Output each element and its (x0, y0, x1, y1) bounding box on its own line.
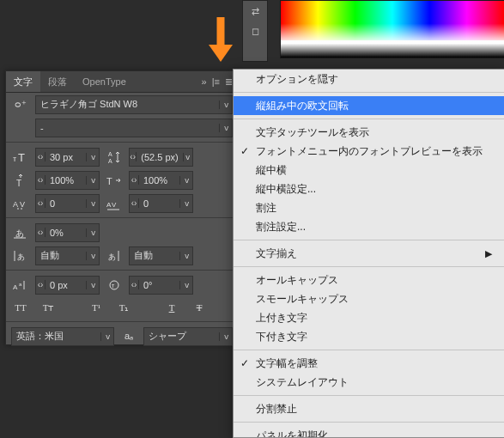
svg-text:V: V (112, 201, 117, 209)
character-panel: 文字 段落 OpenType » |≡ ≣ ᴑ⁺ ヒラギノ角ゴ StdN W8ⅴ… (5, 70, 239, 345)
menu-touch-tool[interactable]: 文字タッチツールを表示 (234, 123, 504, 142)
swap-colors-icon[interactable]: ⇄ (245, 2, 265, 21)
baseline-input[interactable]: ‹›0 pxⅴ (35, 276, 100, 295)
panel-menu-icon[interactable]: ≣ (225, 76, 233, 88)
hscale-input[interactable]: ‹›100%ⅴ (129, 171, 193, 190)
menu-tatechuyoko-rotate[interactable]: 縦組み中の欧文回転 (234, 96, 504, 115)
kerning-input[interactable]: ‹›0ⅴ (35, 194, 100, 213)
svg-text:T: T (106, 176, 112, 186)
tsume-icon: あ (11, 225, 30, 240)
svg-text:あ: あ (17, 252, 25, 261)
menu-no-break[interactable]: 分割禁止 (234, 399, 504, 418)
svg-text:A: A (108, 158, 112, 164)
menu-hide-options[interactable]: オプションを隠す (234, 70, 504, 88)
kerning-icon: AV (11, 196, 30, 211)
color-spectrum[interactable] (280, 0, 504, 58)
tracking-input[interactable]: ‹›0ⅴ (129, 194, 193, 213)
font-size-icon: тT (11, 149, 30, 165)
menu-warichu-settings[interactable]: 割注設定... (234, 217, 504, 236)
hscale-icon: T (105, 173, 124, 188)
font-family-select[interactable]: ヒラギノ角ゴ StdN W8ⅴ (35, 95, 233, 114)
aki-after-select[interactable]: 自動ⅴ (129, 246, 193, 265)
svg-text:あ: あ (15, 228, 24, 238)
superscript-button[interactable]: T¹ (87, 300, 106, 315)
vscale-input[interactable]: ‹›100%ⅴ (35, 171, 100, 190)
submenu-arrow-icon: ▶ (485, 248, 492, 259)
annotation-arrow (203, 15, 238, 67)
draw-mode-icon[interactable]: ◻ (245, 21, 265, 40)
menu-superscript[interactable]: 上付き文字 (234, 308, 504, 327)
svg-text:T: T (16, 179, 21, 187)
antialias-icon: aₐ (119, 329, 138, 344)
font-style-icon (11, 120, 30, 136)
baseline-icon: Aa (11, 277, 30, 293)
svg-text:A: A (13, 283, 18, 291)
leading-input[interactable]: ‹›(52.5 px)ⅴ (129, 148, 193, 167)
svg-text:A: A (108, 151, 112, 157)
toolbar-fragment: ⇄ ◻ (242, 0, 268, 62)
vscale-icon: T (11, 173, 30, 188)
svg-text:т: т (112, 283, 115, 289)
menu-mojisoroe[interactable]: 文字揃え▶ (234, 244, 504, 263)
svg-text:T: T (18, 151, 25, 164)
leading-icon: AA (105, 149, 124, 165)
rotation-icon: т (105, 277, 124, 293)
menu-subscript[interactable]: 下付き文字 (234, 327, 504, 346)
font-style-select[interactable]: -ⅴ (35, 119, 233, 137)
menu-tatechuyoko[interactable]: 縦中横 (234, 161, 504, 179)
svg-text:あ: あ (108, 252, 116, 261)
rotation-input[interactable]: ‹›0°ⅴ (129, 276, 193, 295)
menu-tatechuyoko-settings[interactable]: 縦中横設定... (234, 179, 504, 198)
svg-text:A: A (13, 200, 18, 209)
menu-allcaps[interactable]: オールキャップス (234, 271, 504, 289)
subscript-button[interactable]: T₁ (114, 300, 133, 315)
aki-before-icon: あ (11, 248, 30, 264)
ruler-icon[interactable]: |≡ (212, 76, 220, 88)
menu-system-layout[interactable]: システムレイアウト (234, 373, 504, 392)
smallcaps-button[interactable]: Tᴛ (39, 300, 58, 315)
case-buttons-row: TT Tᴛ T¹ T₁ T T (6, 296, 238, 319)
menu-font-preview[interactable]: ✓フォントメニュー内のフォントプレビューを表示 (234, 142, 504, 161)
svg-text:a: a (19, 282, 22, 287)
tsume-input[interactable]: ‹›0%ⅴ (35, 223, 100, 242)
menu-reset-panel[interactable]: パネルを初期化 (234, 426, 504, 438)
check-icon: ✓ (240, 145, 249, 157)
menu-warichu[interactable]: 割注 (234, 198, 504, 217)
panel-flyout-menu: オプションを隠す 縦組み中の欧文回転 文字タッチツールを表示 ✓フォントメニュー… (233, 69, 504, 438)
allcaps-button[interactable]: TT (11, 300, 30, 315)
antialias-select[interactable]: シャープⅴ (143, 327, 233, 346)
tab-character[interactable]: 文字 (6, 71, 40, 92)
tracking-icon: AV (105, 196, 124, 211)
svg-text:т: т (13, 155, 16, 163)
search-font-icon[interactable]: ᴑ⁺ (11, 97, 30, 113)
check-icon: ✓ (240, 357, 249, 369)
tab-paragraph[interactable]: 段落 (40, 71, 75, 92)
language-select[interactable]: 英語：米国ⅴ (11, 327, 114, 346)
menu-smallcaps[interactable]: スモールキャップス (234, 289, 504, 308)
aki-before-select[interactable]: 自動ⅴ (35, 246, 100, 265)
font-size-input[interactable]: ‹›30 pxⅴ (35, 148, 100, 167)
panel-tabs: 文字 段落 OpenType » |≡ ≣ (6, 71, 238, 93)
menu-adjust-width[interactable]: ✓文字幅を調整 (234, 354, 504, 373)
aki-after-icon: あ (105, 248, 124, 264)
collapse-icon[interactable]: » (202, 76, 207, 88)
tab-opentype[interactable]: OpenType (75, 71, 134, 92)
strikethrough-button[interactable]: T (190, 300, 209, 315)
svg-text:V: V (20, 200, 25, 209)
underline-button[interactable]: T (162, 300, 181, 315)
